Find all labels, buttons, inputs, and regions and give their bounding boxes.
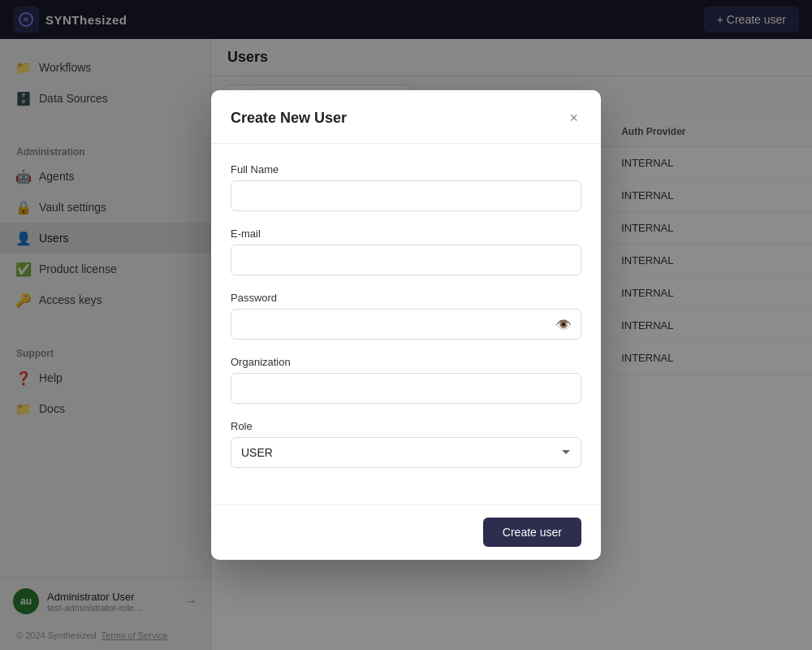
- full-name-input[interactable]: [231, 180, 581, 211]
- modal-body: Full Name E-mail Password 👁️ Organizatio…: [211, 144, 601, 504]
- create-user-button[interactable]: Create user: [483, 518, 581, 547]
- toggle-password-icon[interactable]: 👁️: [555, 317, 572, 332]
- modal-overlay: Create New User × Full Name E-mail Passw…: [0, 0, 812, 650]
- full-name-label: Full Name: [231, 163, 581, 176]
- organization-label: Organization: [231, 356, 581, 368]
- role-group: Role USERADMINISTRATORCOMPLIANCEOWNER: [231, 420, 581, 468]
- role-select[interactable]: USERADMINISTRATORCOMPLIANCEOWNER: [231, 437, 581, 468]
- email-label: E-mail: [231, 228, 581, 240]
- full-name-group: Full Name: [231, 163, 581, 211]
- modal-footer: Create user: [211, 504, 601, 560]
- modal-header: Create New User ×: [211, 90, 601, 144]
- password-label: Password: [231, 292, 581, 304]
- organization-input[interactable]: [231, 373, 581, 404]
- password-wrap: 👁️: [231, 309, 581, 340]
- password-input[interactable]: [231, 309, 581, 340]
- password-group: Password 👁️: [231, 292, 581, 340]
- modal-title: Create New User: [231, 110, 347, 127]
- organization-group: Organization: [231, 356, 581, 404]
- create-user-modal: Create New User × Full Name E-mail Passw…: [211, 90, 601, 560]
- role-label: Role: [231, 420, 581, 432]
- email-input[interactable]: [231, 245, 581, 275]
- email-group: E-mail: [231, 228, 581, 275]
- modal-close-button[interactable]: ×: [566, 106, 581, 130]
